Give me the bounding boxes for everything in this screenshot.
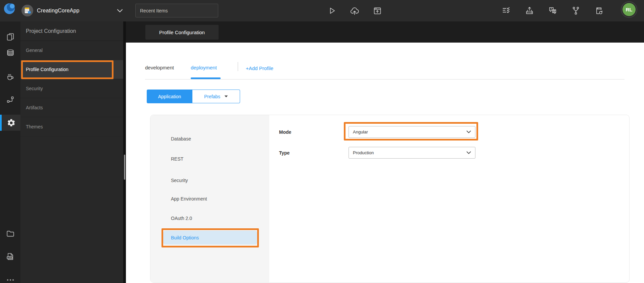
nav-item-label: Security (171, 178, 188, 183)
main-area: Profile Configuration development deploy… (126, 21, 644, 283)
profile-tabs-divider (238, 62, 238, 71)
sidebar-title: Project Configuration (20, 21, 123, 41)
nav-item-security[interactable]: Security (163, 173, 257, 187)
nav-item-label: Database (171, 136, 191, 142)
recent-items-input[interactable] (135, 4, 218, 17)
avatar-initials: RL (623, 3, 636, 16)
sidebar-item-security[interactable]: Security (20, 79, 123, 98)
editor-tab-bar: Profile Configuration (126, 21, 644, 43)
tab-title: Profile Configuration (159, 30, 205, 35)
type-select-value: Production (353, 150, 374, 155)
topbar-center-actions (325, 3, 384, 18)
profile-tab-deployment[interactable]: deployment (191, 65, 217, 70)
nav-item-build-options[interactable]: Build Options (163, 231, 257, 244)
app-preview-upload-icon[interactable] (371, 3, 384, 18)
svg-text:A: A (551, 8, 552, 10)
scope-segmented-control: Application Prefabs (147, 90, 240, 103)
chevron-down-icon (466, 151, 471, 154)
logs-icon[interactable]: LOG (0, 248, 20, 265)
nav-item-app-environment[interactable]: App Environment (163, 192, 257, 206)
nav-item-label: App Environment (171, 196, 207, 202)
sidebar-item-label: General (26, 48, 43, 53)
caret-down-icon (224, 95, 228, 98)
project-configuration-sidebar: Project Configuration General Profile Co… (20, 21, 123, 283)
translate-icon[interactable]: A (546, 3, 559, 18)
profile-tab-development[interactable]: development (145, 65, 174, 70)
tab-profile-configuration[interactable]: Profile Configuration (145, 25, 219, 40)
type-label: Type (279, 150, 290, 156)
application-tab-button[interactable]: Application (147, 90, 192, 103)
mode-label: Mode (279, 129, 291, 135)
nav-item-rest[interactable]: REST (163, 152, 257, 166)
left-icon-rail: LOG (0, 21, 20, 283)
profile-configuration-panel: development deployment +Add Profile Appl… (126, 43, 644, 283)
add-profile-button[interactable]: +Add Profile (246, 65, 273, 71)
sidebar-item-label: Themes (26, 124, 43, 129)
topbar-right-actions: A (500, 3, 606, 18)
connectors-icon[interactable] (0, 92, 20, 108)
app-screen: CreatingCoreApp (0, 0, 644, 283)
mode-select-value: Angular (353, 129, 368, 134)
mode-select[interactable]: Angular (349, 126, 475, 138)
settings-gear-icon[interactable] (0, 115, 20, 131)
app-title: CreatingCoreApp (37, 0, 80, 21)
build-options-card: Database REST Security App Environment O… (150, 115, 630, 283)
sidebar-item-label: Profile Configuration (26, 67, 68, 72)
user-avatar[interactable]: RL (621, 1, 637, 18)
file-sync-icon[interactable] (592, 3, 606, 18)
vcs-branch-icon[interactable] (569, 3, 583, 18)
sidebar-divider (123, 21, 126, 283)
sidebar-scrollbar-thumb[interactable] (124, 155, 125, 180)
sidebar-item-general[interactable]: General (20, 41, 123, 60)
sidebar-item-label: Security (26, 86, 43, 91)
tabs-separator-line (145, 79, 625, 79)
export-drive-icon[interactable] (523, 3, 536, 18)
sidebar-item-themes[interactable]: Themes (20, 117, 123, 136)
nav-item-label: Build Options (171, 235, 199, 240)
more-dots-icon[interactable] (0, 272, 20, 283)
java-services-icon[interactable] (0, 69, 20, 85)
svg-text:LOG: LOG (7, 257, 11, 259)
wavemaker-logo-icon[interactable] (3, 2, 16, 15)
folder-icon[interactable] (0, 226, 20, 242)
nav-item-oauth[interactable]: OAuth 2.0 (163, 211, 257, 225)
project-avatar-icon[interactable] (21, 5, 33, 16)
nav-item-database[interactable]: Database (163, 132, 257, 146)
chevron-down-icon (466, 130, 471, 133)
type-select[interactable]: Production (349, 147, 475, 159)
application-tab-label: Application (158, 94, 181, 99)
checklist-icon[interactable] (500, 3, 513, 18)
cloud-upload-icon[interactable] (348, 3, 361, 18)
sidebar-item-profile-configuration[interactable]: Profile Configuration (20, 60, 123, 79)
play-icon[interactable] (325, 3, 338, 18)
settings-nav-panel: Database REST Security App Environment O… (150, 115, 269, 282)
pages-icon[interactable] (0, 29, 20, 45)
prefabs-tab-label: Prefabs (204, 94, 220, 99)
prefabs-tab-button[interactable]: Prefabs (192, 90, 240, 103)
database-icon[interactable] (0, 45, 20, 61)
sidebar-item-artifacts[interactable]: Artifacts (20, 98, 123, 117)
app-switcher-chevron-down-icon[interactable] (116, 7, 124, 15)
nav-item-label: OAuth 2.0 (171, 216, 192, 221)
nav-item-label: REST (171, 156, 183, 162)
sidebar-item-label: Artifacts (26, 105, 43, 110)
top-bar: CreatingCoreApp (0, 0, 644, 21)
